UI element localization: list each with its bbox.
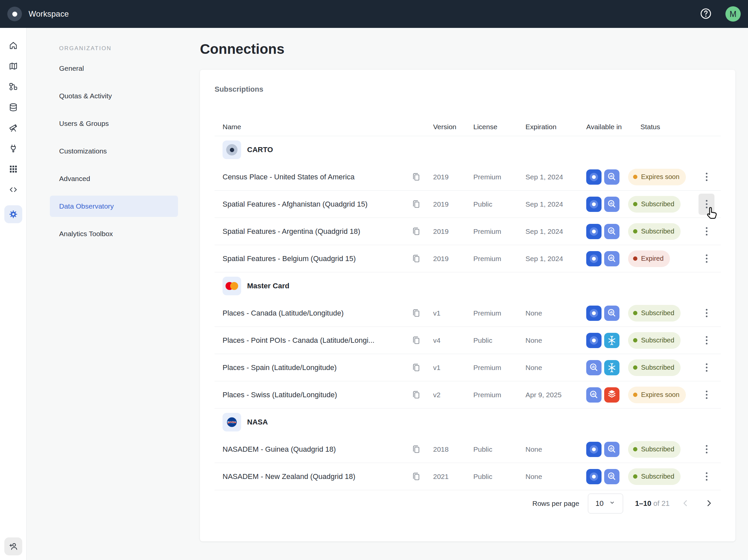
column-header-version: Version xyxy=(433,123,473,131)
group-header-row: NASA NASA xyxy=(215,409,721,436)
license-cell: Premium xyxy=(473,309,525,317)
copy-name-button[interactable] xyxy=(411,363,421,373)
help-button[interactable] xyxy=(700,8,712,20)
version-cell: 2019 xyxy=(433,173,473,181)
available-in-cell xyxy=(586,224,628,239)
available-in-cell xyxy=(586,251,628,266)
rail-workflows-button[interactable] xyxy=(8,82,18,92)
version-cell: 2019 xyxy=(433,255,473,263)
next-page-button[interactable] xyxy=(701,496,716,511)
license-cell: Public xyxy=(473,445,525,453)
data-observatory-icon xyxy=(9,123,18,133)
copy-name-button[interactable] xyxy=(411,253,421,264)
rail-connections-button[interactable] xyxy=(8,143,18,154)
status-cell: Subscribed xyxy=(628,196,692,213)
copy-name-button[interactable] xyxy=(411,199,421,210)
version-cell: v1 xyxy=(433,309,473,317)
carto-logo-tile xyxy=(223,140,241,159)
row-menu-button[interactable] xyxy=(699,166,715,188)
rail-home-button[interactable] xyxy=(8,41,18,50)
explorer-icon xyxy=(604,224,620,239)
sidebar-item-advanced[interactable]: Advanced xyxy=(50,168,178,189)
sidebar-item-general[interactable]: General xyxy=(50,58,178,79)
sidebar-section-label: ORGANIZATION xyxy=(59,45,186,52)
copy-name-button[interactable] xyxy=(411,444,421,455)
row-menu-button[interactable] xyxy=(699,439,715,460)
rows-per-page-select[interactable]: 10 xyxy=(588,494,623,513)
explorer-icon xyxy=(604,442,620,457)
table-row: Places - Canada (Latitude/Longitude) v1 … xyxy=(215,300,721,327)
card-title: Subscriptions xyxy=(215,85,735,94)
row-menu-button[interactable] xyxy=(699,330,715,351)
copy-icon xyxy=(411,335,421,345)
row-menu-button[interactable] xyxy=(699,357,715,378)
row-menu-button[interactable] xyxy=(699,194,715,215)
row-menu-button[interactable] xyxy=(699,303,715,324)
builder-icon xyxy=(586,169,602,185)
row-menu-button[interactable] xyxy=(699,248,715,270)
copy-name-button[interactable] xyxy=(411,471,421,482)
available-in-cell xyxy=(586,169,628,185)
home-icon xyxy=(9,41,18,50)
copy-name-button[interactable] xyxy=(411,308,421,319)
status-badge: Expires soon xyxy=(628,387,686,403)
prev-page-button[interactable] xyxy=(678,496,693,511)
connections-icon xyxy=(9,144,18,153)
snowflake-icon xyxy=(604,360,620,375)
status-badge: Subscribed xyxy=(628,305,681,322)
rail-invite-user-button[interactable] xyxy=(4,537,22,555)
explorer-icon xyxy=(586,360,602,375)
table-row: Places - Point POIs - Canada (Latitude/L… xyxy=(215,327,721,354)
rail-applications-button[interactable] xyxy=(8,164,18,174)
status-dot-icon xyxy=(633,229,637,233)
available-in-cell xyxy=(586,360,628,375)
expiration-cell: None xyxy=(525,364,586,372)
row-menu-button[interactable] xyxy=(699,221,715,242)
data-icon xyxy=(9,103,18,112)
expiration-cell: None xyxy=(525,309,586,317)
builder-icon xyxy=(586,251,602,266)
invite-user-icon xyxy=(9,542,18,551)
workflows-icon xyxy=(9,82,18,91)
available-in-cell xyxy=(586,469,628,484)
subscription-name: Spatial Features - Belgium (Quadgrid 15) xyxy=(215,254,411,263)
copy-name-button[interactable] xyxy=(411,226,421,237)
rail-data-button[interactable] xyxy=(8,102,18,112)
pagination-range: 1–10 of 21 xyxy=(635,499,670,508)
user-menu-avatar[interactable]: M xyxy=(725,6,741,22)
rows-per-page-label: Rows per page xyxy=(533,499,579,508)
explorer-icon xyxy=(604,196,620,212)
status-dot-icon xyxy=(633,338,637,343)
license-cell: Public xyxy=(473,473,525,481)
chevron-right-icon xyxy=(704,499,713,509)
applications-icon xyxy=(9,164,18,174)
sidebar-item-customizations[interactable]: Customizations xyxy=(50,140,178,162)
rail-data-observatory-button[interactable] xyxy=(8,123,18,133)
row-menu-button[interactable] xyxy=(699,384,715,405)
sidebar-item-users-groups[interactable]: Users & Groups xyxy=(50,113,178,134)
row-menu-button[interactable] xyxy=(699,466,715,487)
expiration-cell: Sep 1, 2024 xyxy=(525,173,586,181)
status-dot-icon xyxy=(633,474,637,479)
rail-settings-button[interactable] xyxy=(4,205,22,223)
status-badge: Expired xyxy=(628,251,670,267)
copy-name-button[interactable] xyxy=(411,390,421,400)
builder-icon xyxy=(586,442,602,457)
carto-workspace-logo-icon xyxy=(7,7,22,21)
sidebar-item-quotas-activity[interactable]: Quotas & Activity xyxy=(50,85,178,107)
subscription-name: NASADEM - Guinea (Quadgrid 18) xyxy=(215,445,411,454)
status-dot-icon xyxy=(633,175,637,179)
sidebar-item-analytics-toolbox[interactable]: Analytics Toolbox xyxy=(50,223,178,244)
copy-name-button[interactable] xyxy=(411,172,421,182)
nasa-logo-tile: NASA xyxy=(223,413,241,431)
rail-developers-button[interactable] xyxy=(8,185,18,195)
table-row: NASADEM - Guinea (Quadgrid 18) 2018 Publ… xyxy=(215,436,721,463)
available-in-cell xyxy=(586,196,628,212)
table-header-row: Name Version License Expiration Availabl… xyxy=(215,118,721,136)
table-row: Places - Spain (Latitude/Longitude) v1 P… xyxy=(215,354,721,381)
sidebar-item-data-observatory[interactable]: Data Observatory xyxy=(50,196,178,217)
copy-name-button[interactable] xyxy=(411,335,421,346)
status-badge: Subscribed xyxy=(628,332,681,349)
status-dot-icon xyxy=(633,202,637,206)
rail-maps-button[interactable] xyxy=(8,61,18,71)
